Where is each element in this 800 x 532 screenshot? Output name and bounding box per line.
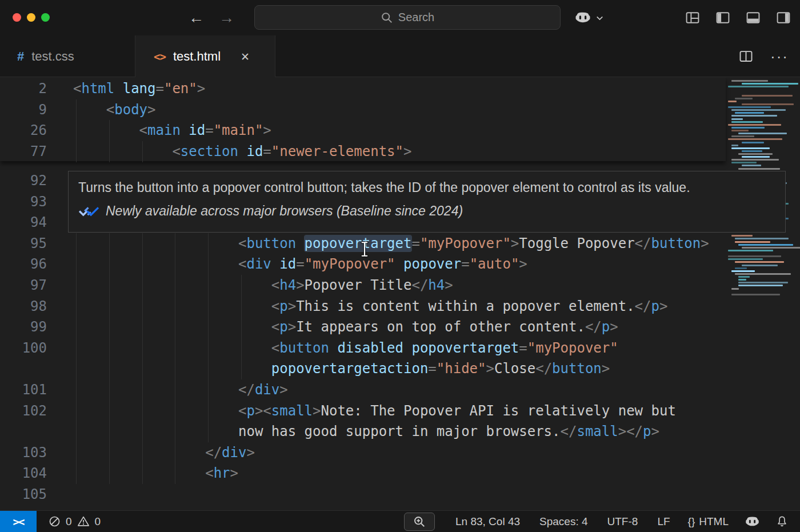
- indent-guide: [76, 317, 77, 338]
- indent-guide: [76, 141, 77, 162]
- code-line-9[interactable]: 9<body>: [0, 99, 726, 121]
- layout-controls: [685, 0, 791, 35]
- code-line-99[interactable]: 99<p>It appears on top of other content.…: [0, 317, 800, 338]
- code-line-wrap[interactable]: now has good support in major browsers.<…: [0, 421, 800, 442]
- minimap-line: [731, 118, 743, 120]
- minimap-line: [731, 130, 749, 131]
- indentation-status[interactable]: Spaces: 4: [533, 515, 595, 528]
- indent-guide: [76, 338, 77, 359]
- minimap-line: [731, 162, 757, 163]
- indent-guide: [175, 442, 175, 463]
- indent-guide: [109, 442, 110, 463]
- minimap-line: [728, 106, 771, 108]
- close-window-button[interactable]: [13, 13, 21, 22]
- minimap-line: [728, 255, 781, 257]
- code-line-77[interactable]: 77<section id="newer-elements">: [0, 141, 726, 162]
- indent-guide: [76, 421, 77, 442]
- customize-layout-icon[interactable]: [685, 10, 700, 25]
- code-line-2[interactable]: 2<html lang="en">: [0, 78, 726, 99]
- indent-guide: [109, 233, 110, 254]
- indent-guide: [142, 421, 143, 442]
- indent-guide: [175, 379, 175, 401]
- line-number: 77: [0, 141, 47, 162]
- code-line-98[interactable]: 98<p>This is content within a popover el…: [0, 296, 800, 317]
- indent-guide: [208, 233, 209, 254]
- copilot-menu-button[interactable]: [574, 0, 605, 35]
- code-line-95[interactable]: 95<button popovertarget="myPopover">Togg…: [0, 233, 800, 254]
- indent-guide: [208, 317, 209, 338]
- cursor-position-status[interactable]: Ln 83, Col 43: [449, 515, 527, 528]
- minimap-line: [731, 121, 763, 123]
- indent-guide: [142, 358, 143, 379]
- indent-guide: [76, 379, 77, 401]
- copilot-status-button[interactable]: [739, 516, 765, 527]
- remote-indicator-button[interactable]: ><: [0, 511, 37, 532]
- code-line-104[interactable]: 104<hr>: [0, 463, 800, 484]
- indent-guide: [175, 463, 175, 484]
- chevron-down-icon: [595, 13, 605, 23]
- baseline-icon: [78, 206, 99, 217]
- code-line-103[interactable]: 103</div>: [0, 442, 800, 463]
- warning-count: 0: [95, 515, 101, 528]
- notifications-bell-button[interactable]: [771, 515, 793, 527]
- toggle-secondary-sidebar-icon[interactable]: [776, 10, 791, 25]
- minimap-line: [728, 124, 781, 126]
- minimap-line: [731, 115, 777, 117]
- eol-status[interactable]: LF: [650, 515, 677, 528]
- code-line-100[interactable]: 100<button disabled popovertarget="myPop…: [0, 338, 800, 359]
- indent-guide: [109, 317, 110, 338]
- close-tab-icon[interactable]: ✕: [241, 50, 250, 63]
- navigate-back-button[interactable]: ←: [189, 9, 204, 27]
- problems-status[interactable]: 0 0: [43, 511, 106, 532]
- editor-tabs: # test.css <> test.html ✕ ···: [0, 35, 800, 77]
- toggle-primary-sidebar-icon[interactable]: [715, 10, 730, 25]
- indent-guide: [109, 358, 110, 379]
- indent-guide: [76, 358, 77, 379]
- zoom-button[interactable]: [404, 513, 435, 531]
- toggle-panel-icon[interactable]: [746, 10, 761, 25]
- tab-test-html[interactable]: <> test.html ✕: [135, 35, 275, 78]
- tab-test-css[interactable]: # test.css: [0, 35, 135, 77]
- indent-guide: [76, 233, 77, 254]
- indent-guide: [175, 421, 175, 442]
- minimize-window-button[interactable]: [27, 13, 35, 22]
- indent-guide: [142, 141, 143, 162]
- minimap[interactable]: [726, 77, 800, 397]
- line-number: 99: [0, 317, 47, 338]
- code-line-97[interactable]: 97<h4>Popover Title</h4>: [0, 275, 800, 296]
- split-editor-icon[interactable]: [739, 49, 753, 63]
- editor[interactable]: 92939495<button popovertarget="myPopover…: [0, 77, 800, 510]
- navigate-forward-button[interactable]: →: [219, 9, 234, 27]
- maximize-window-button[interactable]: [41, 13, 50, 22]
- encoding-status[interactable]: UTF-8: [601, 515, 645, 528]
- minimap-line: [728, 138, 782, 140]
- line-number: 104: [0, 463, 47, 484]
- hover-tooltip: Turns the button into a popover control …: [68, 171, 786, 233]
- line-number: 101: [0, 379, 47, 401]
- indent-guide: [175, 275, 175, 296]
- code-line-96[interactable]: 96<div id="myPopover" popover="auto">: [0, 254, 800, 275]
- css-file-icon: #: [17, 49, 24, 64]
- code-line-105[interactable]: 105: [0, 484, 800, 505]
- code-line-26[interactable]: 26<main id="main">: [0, 120, 726, 141]
- indent-guide: [76, 99, 77, 121]
- indent-guide: [142, 317, 143, 338]
- sticky-scroll: 2<html lang="en">9<body>26<main id="main…: [0, 77, 726, 161]
- language-mode-status[interactable]: {} HTML: [683, 515, 734, 528]
- code-line-102[interactable]: 102<p><small>Note: The Popover API is re…: [0, 401, 800, 422]
- search-input[interactable]: Search: [254, 5, 561, 30]
- minimap-line: [738, 133, 787, 134]
- indent-guide: [109, 379, 110, 401]
- indent-guide: [208, 254, 209, 275]
- more-actions-icon[interactable]: ···: [770, 51, 789, 62]
- code-line-101[interactable]: 101</div>: [0, 379, 800, 401]
- indent-guide: [208, 358, 209, 379]
- line-number: 98: [0, 296, 47, 317]
- minimap-line: [738, 285, 783, 286]
- indent-guide: [142, 233, 143, 254]
- text-cursor-pointer: [359, 241, 370, 260]
- zoom-in-icon: [413, 515, 426, 528]
- minimap-line: [731, 235, 753, 237]
- code-line-wrap[interactable]: popovertargetaction="hide">Close</button…: [0, 358, 800, 379]
- indent-guide: [175, 254, 175, 275]
